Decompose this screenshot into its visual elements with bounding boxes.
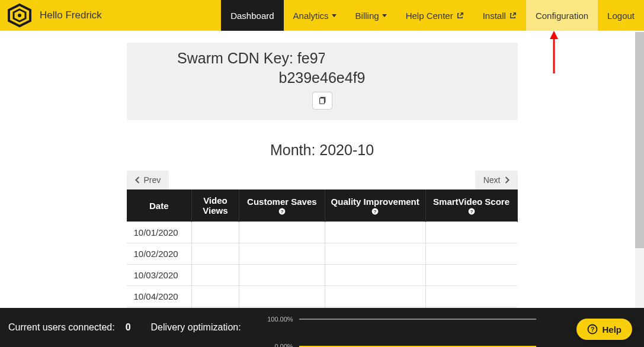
cell-views <box>191 222 239 243</box>
cell-saves <box>239 222 325 243</box>
greeting-text: Hello Fredrick <box>40 9 102 21</box>
nav-item-configuration[interactable]: Configuration <box>526 0 598 31</box>
cdn-key-end: b239e46e4f9 <box>279 69 366 86</box>
footer-bar: Current users connected: 0 Delivery opti… <box>0 308 644 347</box>
copy-icon <box>318 97 326 105</box>
th-date: Date <box>127 189 192 222</box>
nav-item-analytics[interactable]: Analytics <box>284 0 346 31</box>
cell-score <box>425 265 517 286</box>
next-button[interactable]: Next <box>475 171 518 189</box>
cell-date: 10/01/2020 <box>127 222 192 243</box>
cell-quality <box>325 243 425 265</box>
month-prefix: Month: <box>270 142 319 158</box>
nav-item-billing[interactable]: Billing <box>346 0 396 31</box>
cell-views <box>191 265 239 286</box>
svg-text:?: ? <box>591 326 595 333</box>
external-link-icon <box>456 12 464 20</box>
th-score-label: SmartVideo Score <box>433 197 510 207</box>
cell-date: 10/03/2020 <box>127 265 192 286</box>
cdn-key-redacted: xxxxxxxxxxxxxxxxxxx <box>326 49 467 68</box>
cell-score <box>425 243 517 265</box>
annotation-arrow <box>545 31 563 78</box>
bar-top-label: 100.00% <box>264 316 293 323</box>
prev-button[interactable]: Prev <box>127 171 169 189</box>
caret-down-icon <box>332 14 337 17</box>
svg-rect-7 <box>319 98 324 104</box>
cell-saves <box>239 243 325 265</box>
help-label: Help <box>602 324 621 335</box>
cell-views <box>191 243 239 265</box>
nav-item-install[interactable]: Install <box>473 0 526 31</box>
table-row: 10/04/2020 <box>127 286 518 307</box>
nav-label: Configuration <box>536 11 588 21</box>
bar-bottom-label: 0.00% <box>264 343 293 347</box>
stats-table-wrap: Prev Next Date Video Views Customer Save… <box>127 171 518 329</box>
nav-label: Help Center <box>406 11 453 21</box>
next-label: Next <box>483 175 501 185</box>
th-views: Video Views <box>191 189 239 222</box>
th-quality-label: Quality Improvement <box>331 197 419 207</box>
connected-label: Current users connected: <box>8 322 115 333</box>
cell-saves <box>239 286 325 307</box>
connected-value: 0 <box>126 322 131 333</box>
nav-label: Install <box>483 11 506 21</box>
help-icon[interactable]: ? <box>468 208 475 215</box>
table-row: 10/03/2020 <box>127 265 518 286</box>
cell-score <box>425 222 517 243</box>
month-value: 2020-10 <box>319 142 374 158</box>
th-saves: Customer Saves ? <box>239 189 325 222</box>
cdn-key-start: fe97 <box>297 50 326 66</box>
cell-date: 10/04/2020 <box>127 286 192 307</box>
help-icon[interactable]: ? <box>278 208 286 215</box>
nav-item-logout[interactable]: Logout <box>598 0 644 31</box>
help-icon[interactable]: ? <box>371 208 379 215</box>
external-link-icon <box>509 12 517 20</box>
cdn-key-text: Swarm CDN Key: fe97xxxxxxxxxxxxxxxxxxxb2… <box>137 49 507 87</box>
nav-label: Logout <box>607 11 635 21</box>
cell-quality <box>325 265 425 286</box>
cdn-key-prefix: Swarm CDN Key: <box>177 50 297 66</box>
svg-marker-6 <box>550 31 558 39</box>
caret-down-icon <box>382 14 387 17</box>
svg-text:?: ? <box>470 209 473 214</box>
main-nav: DashboardAnalyticsBillingHelp CenterInst… <box>221 0 644 31</box>
nav-item-help-center[interactable]: Help Center <box>396 0 473 31</box>
help-icon: ? <box>587 324 598 335</box>
chevron-left-icon <box>135 176 140 184</box>
th-views-label: Video Views <box>203 195 228 216</box>
cell-views <box>191 286 239 307</box>
nav-item-dashboard[interactable]: Dashboard <box>221 0 283 31</box>
prev-label: Prev <box>144 175 161 185</box>
table-row: 10/02/2020 <box>127 243 518 265</box>
svg-text:?: ? <box>280 209 283 214</box>
top-nav-bar: Hello Fredrick DashboardAnalyticsBilling… <box>0 0 644 31</box>
svg-point-2 <box>18 14 21 17</box>
help-button[interactable]: ? Help <box>576 319 632 340</box>
nav-label: Dashboard <box>230 11 274 21</box>
nav-label: Billing <box>355 11 379 21</box>
cdn-key-panel: Swarm CDN Key: fe97xxxxxxxxxxxxxxxxxxxb2… <box>127 43 518 120</box>
bar-top-line <box>299 319 536 320</box>
th-date-label: Date <box>149 201 169 211</box>
th-quality: Quality Improvement ? <box>325 189 425 222</box>
scrollbar-thumb[interactable] <box>635 32 644 248</box>
cell-date: 10/02/2020 <box>127 243 192 265</box>
cell-score <box>425 286 517 307</box>
th-saves-label: Customer Saves <box>247 197 317 207</box>
stats-table-header: Date Video Views Customer Saves ? Qualit… <box>127 189 518 222</box>
copy-key-button[interactable] <box>312 92 332 110</box>
svg-text:?: ? <box>374 209 377 214</box>
chevron-right-icon <box>504 176 510 184</box>
cell-quality <box>325 222 425 243</box>
cell-saves <box>239 265 325 286</box>
cell-quality <box>325 286 425 307</box>
brand-logo <box>6 4 33 27</box>
optimization-label: Delivery optimization: <box>151 322 241 333</box>
pager-row: Prev Next <box>127 171 518 189</box>
month-title: Month: 2020-10 <box>270 142 374 159</box>
table-row: 10/01/2020 <box>127 222 518 243</box>
vertical-scrollbar[interactable] <box>635 32 644 310</box>
nav-label: Analytics <box>293 11 329 21</box>
th-score: SmartVideo Score ? <box>425 189 517 222</box>
